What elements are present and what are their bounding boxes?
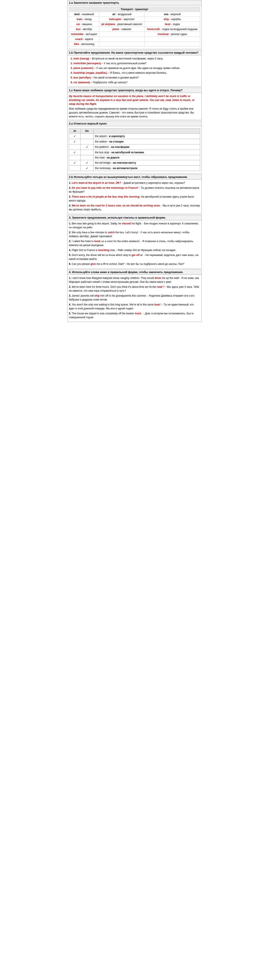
on-cell xyxy=(80,139,94,145)
list-item: 2. We only have a few minutes to catch t… xyxy=(69,231,200,238)
table-row: the road - на дороге xyxy=(69,155,200,160)
sentence-en-pre: I called the hotel to xyxy=(72,240,94,243)
ru-word: реактивный самолет xyxy=(117,23,142,26)
sentence-num: 2. xyxy=(69,285,71,288)
section-1a: 1.a Закончите названия транспорта. Trans… xyxy=(67,0,202,49)
ru-word: машина xyxy=(82,23,92,26)
checkmark-icon: ✓ xyxy=(86,161,88,164)
table-row: bus - автобус plane - самолет hovercraft… xyxy=(69,27,200,32)
checkmark-icon: ✓ xyxy=(74,151,76,154)
on-cell: ✓ xyxy=(80,145,94,150)
sentence-text: – Подбросить тебя до школы? xyxy=(91,81,127,84)
en-word-red: motorbike xyxy=(71,33,83,36)
section-2a-content: At On ✓ the airport - в аэропорту ✓ the … xyxy=(67,126,202,173)
place-cell: the bus stop - на автобусной остановке xyxy=(94,150,200,155)
table-cell: motorbike - мотоцикл xyxy=(69,32,99,37)
list-item: 1. train (поезд) – Встреться со мной на … xyxy=(70,57,200,60)
answer-fill: track xyxy=(135,312,141,315)
list-item: 6. car (машина) – Подбросить тебя до шко… xyxy=(70,80,200,84)
answer-english: My favorite means of transportation on v… xyxy=(69,94,200,106)
ru-word: речное судно xyxy=(171,33,187,36)
sentence-num: 2. xyxy=(69,186,71,189)
list-item: 2. We've been here for three hours. Don'… xyxy=(69,285,200,293)
sentence-ru: - Давай встретимся у аэропорта через час… xyxy=(122,181,185,185)
sentence-num: 6. xyxy=(69,262,71,266)
sentence-num: 1. xyxy=(69,277,71,280)
at-cell xyxy=(69,145,80,150)
answer-fill: road xyxy=(157,285,162,288)
sentence-num: 5. xyxy=(69,254,71,257)
table-cell xyxy=(145,37,200,42)
on-cell xyxy=(80,155,94,160)
sentence-text: – На какой остановке я должен выйти? xyxy=(91,76,139,79)
list-item: 4. Flight 342 to France is boarding now.… xyxy=(69,248,200,252)
table-cell xyxy=(99,32,145,37)
section-1c-header: 1.с Какое ваше любимое средство транспор… xyxy=(67,88,202,93)
ru-word: наземный xyxy=(82,13,94,16)
en-word-red: jet airplane xyxy=(101,23,115,26)
sentence-highlight: 5. bus (автобус) xyxy=(70,76,91,79)
ru-word: карета xyxy=(85,38,93,41)
at-cell: ✓ xyxy=(69,150,80,155)
checkmark-icon: ✓ xyxy=(74,134,76,138)
en-word-red: bike xyxy=(74,43,79,46)
section-1b-content: 1. train (поезд) – Встреться со мной на … xyxy=(67,55,202,86)
on-cell xyxy=(80,150,94,155)
sentence-en-pre: We only have a few minutes to xyxy=(72,231,108,234)
en-word: sea xyxy=(164,13,168,16)
place-cell: the motorway - на автомагистрали xyxy=(94,165,200,171)
table-cell: sea - морской xyxy=(145,12,200,17)
sentence-highlight: 2. motorbike (мотоцикл) xyxy=(70,62,101,65)
section-2b-content: 1. Let's meet at the airport in an hour,… xyxy=(67,180,202,214)
ru-word: корабль xyxy=(171,18,181,21)
sentence-highlight: 4. boat/ship (лодка, корабль) xyxy=(70,72,107,74)
list-item: 3. There were a lot of people at the bus… xyxy=(69,195,200,202)
sentence-en-post: now. - Рейс номер 342 во Францию сейчас … xyxy=(110,249,176,251)
table-row: motorbike - мотоцикл riverboat - речное … xyxy=(69,32,200,37)
checkmark-icon: ✓ xyxy=(74,161,76,164)
table-cell: bus - автобус xyxy=(69,27,99,32)
list-item: 4. boat/ship (лодка, корабль) – Я боюсь,… xyxy=(70,71,200,75)
at-cell: ✓ xyxy=(69,134,80,139)
place-cell: the airport - в аэропорту xyxy=(94,134,200,139)
section-4-header: 4. Используйте слова ниже в правильной ф… xyxy=(67,270,202,275)
section-3-content: 1. Ben was late going to the airport. Sa… xyxy=(67,220,202,268)
place-cell: the road - на дороге xyxy=(94,155,200,160)
at-cell xyxy=(69,155,80,160)
en-word: air xyxy=(112,13,116,16)
section-2a: 2.a Отметьте верный пункт. At On ✓ the a… xyxy=(67,121,202,173)
answer-fill: missed xyxy=(122,222,131,225)
sentence-en-pre: You aren't the only one waiting in this … xyxy=(72,303,154,306)
answer-fill: get off xyxy=(132,254,140,257)
list-item: 6. Can you please give me a lift to scho… xyxy=(69,262,200,266)
sentence-num: 3. xyxy=(69,195,71,198)
list-item: 3. plane (самолет) – У нас нет времени н… xyxy=(70,66,200,70)
list-item: 5. bus (автобус) – На какой остановке я … xyxy=(70,76,200,80)
ru-word: поезд xyxy=(85,18,91,21)
sentence-num: 4. xyxy=(69,204,71,207)
table-cell: boat - лодка xyxy=(145,22,200,27)
sentence-text: – Встреться со мной на восточной платфор… xyxy=(90,57,163,60)
table-cell: car - машина xyxy=(69,22,99,27)
table-row: train - поезд helicopter - вертолет ship… xyxy=(69,17,200,22)
en-word-red: helicopter xyxy=(109,18,122,21)
en-word-red: train xyxy=(77,18,82,21)
answer-fill: boarding xyxy=(98,249,109,251)
table-cell: land - наземный xyxy=(69,12,99,17)
table-cell: helicopter - вертолет xyxy=(99,17,145,22)
ru-word: мотоцикл xyxy=(86,33,97,36)
en-word-red: bus xyxy=(76,28,80,31)
at-cell xyxy=(69,165,80,171)
checkmark-icon: ✓ xyxy=(86,145,88,149)
table-row: land - наземный air - воздушный sea - мо… xyxy=(69,12,200,17)
checkmark-icon: ✓ xyxy=(86,167,88,170)
list-item: 3. I called the hotel to book us a room … xyxy=(69,239,200,247)
section-3-header: 3. Закончите предложения, используя глаг… xyxy=(67,215,202,220)
table-cell: bike - велосипед xyxy=(69,42,99,47)
ru-word: вертолет xyxy=(124,18,135,21)
section-2b: 2.b Используйте четыре из вышеупомянутых… xyxy=(67,174,202,214)
section-1a-header: 1.a Закончите названия транспорта. xyxy=(67,0,202,5)
section-4: 4. Используйте слова ниже в правильной ф… xyxy=(67,269,202,322)
sentence-highlight: 3. plane (самолет) xyxy=(70,67,93,70)
table-cell: air - воздушный xyxy=(99,12,145,17)
